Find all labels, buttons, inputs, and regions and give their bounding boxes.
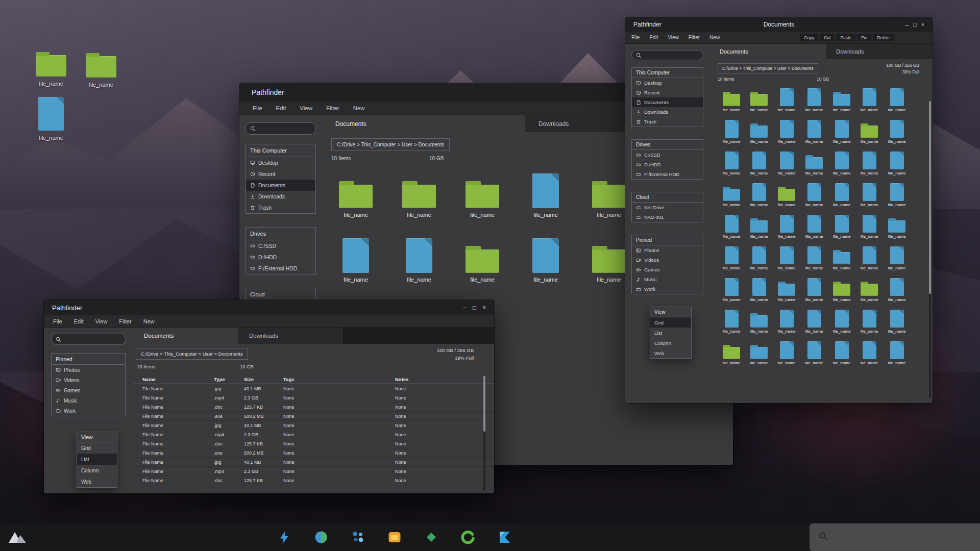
file-item[interactable]: file_name xyxy=(745,214,773,239)
copy-button[interactable]: Copy xyxy=(800,34,818,41)
file-item[interactable]: file_name xyxy=(773,214,800,239)
table-row[interactable]: File Name.exe500.2 MBNoneNone xyxy=(133,448,494,458)
file-item[interactable]: file_name xyxy=(718,278,745,302)
file-item[interactable]: file_name xyxy=(828,309,855,334)
taskbar-app-swirl[interactable] xyxy=(460,530,476,545)
table-row[interactable]: File Name.jpg40.1 MBNoneNone xyxy=(133,384,494,393)
sidebar-item-videos[interactable]: Videos xyxy=(632,255,703,265)
file-item[interactable]: file_name xyxy=(514,172,577,218)
cut-button[interactable]: Cut xyxy=(820,34,835,41)
file-item[interactable]: file_name xyxy=(855,341,883,365)
tab-documents[interactable]: Documents xyxy=(709,44,826,59)
file-item[interactable]: file_name xyxy=(718,246,745,270)
sidebar-item-desktop[interactable]: Desktop xyxy=(632,78,703,88)
file-item[interactable]: file_name xyxy=(855,309,883,334)
grid-scrollbar[interactable] xyxy=(929,101,931,398)
file-item[interactable]: file_name xyxy=(745,278,773,302)
sidebar-item-documents[interactable]: Documents xyxy=(632,97,703,107)
file-item[interactable]: file_name xyxy=(745,88,773,112)
file-item[interactable]: file_name xyxy=(855,246,883,270)
view-option-grid[interactable]: Grid xyxy=(77,442,117,454)
menu-file[interactable]: File xyxy=(253,105,262,111)
maximize-button[interactable]: □ xyxy=(913,22,917,28)
file-item[interactable]: file_name xyxy=(855,88,883,112)
file-item[interactable]: file_name xyxy=(828,278,855,302)
file-item[interactable]: file_name xyxy=(773,309,800,334)
tab-documents[interactable]: Documents xyxy=(133,328,238,344)
window-pathfinder-grid[interactable]: Pathfinder Documents –□× FileEditViewFil… xyxy=(625,17,933,403)
taskbar-app-flag[interactable] xyxy=(497,530,512,545)
file-item[interactable]: file_name xyxy=(800,341,828,365)
view-option-list[interactable]: List xyxy=(77,454,117,465)
column-header-type[interactable]: Type xyxy=(214,376,225,382)
close-button[interactable]: × xyxy=(921,22,924,28)
menu-view[interactable]: View xyxy=(668,35,679,40)
menu-edit[interactable]: Edit xyxy=(276,105,286,111)
minimize-button[interactable]: – xyxy=(905,22,909,28)
file-item[interactable]: file_name xyxy=(828,214,855,239)
sidebar-item-f-external-hdd[interactable]: F:/External HDD xyxy=(246,263,315,274)
table-scrollbar[interactable] xyxy=(483,374,485,491)
file-item[interactable]: file_name xyxy=(883,151,911,176)
sidebar-item-games[interactable]: Games xyxy=(52,385,125,395)
file-item[interactable]: file_name xyxy=(745,183,773,207)
file-item[interactable]: file_name xyxy=(773,341,800,365)
breadcrumb[interactable]: C:/Drive > This_Computer > User > Docume… xyxy=(136,348,248,360)
sidebar-item-downloads[interactable]: Downloads xyxy=(632,107,703,117)
sidebar-item-photos[interactable]: Photos xyxy=(52,365,125,375)
search-input[interactable] xyxy=(51,334,126,345)
file-item[interactable]: file_name xyxy=(451,172,514,218)
view-option-web[interactable]: Web xyxy=(650,348,691,358)
file-item[interactable]: file_name xyxy=(718,183,745,207)
paste-button[interactable]: Paste xyxy=(836,34,855,41)
file-item[interactable]: file_name xyxy=(745,246,773,270)
table-row[interactable]: File Name.jpg40.1 MBNoneNone xyxy=(133,458,494,467)
file-item[interactable]: file_name xyxy=(883,214,911,239)
sidebar-item-work[interactable]: Work xyxy=(632,284,703,294)
view-option-column[interactable]: Column xyxy=(77,465,117,476)
search-input[interactable] xyxy=(631,50,703,60)
sidebar-item-music[interactable]: Music xyxy=(632,274,703,284)
taskbar-app-folder-square[interactable] xyxy=(387,530,402,545)
menu-file[interactable]: File xyxy=(631,35,640,40)
menu-edit[interactable]: Edit xyxy=(649,35,658,40)
table-row[interactable]: File Name.mp42.3 GBNoneNone xyxy=(133,467,494,476)
titlebar[interactable]: Pathfinder –□× xyxy=(44,300,494,315)
table-row[interactable]: File Name.doc125.7 KBNoneNone xyxy=(133,439,494,448)
window-pathfinder-list[interactable]: Pathfinder –□× FileEditViewFilterNew Pin… xyxy=(44,300,494,493)
sidebar-item-music[interactable]: Music xyxy=(52,395,125,406)
sidebar-item-games[interactable]: Games xyxy=(632,265,703,274)
menu-file[interactable]: File xyxy=(53,318,62,324)
file-item[interactable]: file_name xyxy=(718,341,745,365)
view-option-list[interactable]: List xyxy=(650,328,691,338)
minimize-button[interactable]: – xyxy=(463,305,467,311)
sidebar-item-f-external-hdd[interactable]: F:/External HDD xyxy=(632,169,703,179)
sidebar-item-trash[interactable]: Trash xyxy=(246,202,315,213)
pin-button[interactable]: Pin xyxy=(857,34,871,41)
file-item[interactable]: file_name xyxy=(387,172,451,218)
file-item[interactable]: file_name xyxy=(745,151,773,176)
menu-filter[interactable]: Filter xyxy=(119,318,131,324)
file-item[interactable]: file_name xyxy=(773,246,800,270)
sidebar-item-net-drive[interactable]: Net Drive xyxy=(632,203,703,212)
file-item[interactable]: file_name xyxy=(387,237,451,283)
table-row[interactable]: File Name.jpg40.1 MBNoneNone xyxy=(133,421,494,430)
table-row[interactable]: File Name.exe500.2 MBNoneNone xyxy=(133,412,494,421)
file-item[interactable]: file_name xyxy=(828,88,855,112)
maximize-button[interactable]: □ xyxy=(473,305,476,311)
menu-view[interactable]: View xyxy=(300,105,312,111)
file-item[interactable]: file_name xyxy=(828,151,855,176)
table-row[interactable]: File Name.mp42.3 GBNoneNone xyxy=(133,393,494,403)
file-item[interactable]: file_name xyxy=(883,246,911,270)
file-item[interactable]: file_name xyxy=(324,237,387,283)
taskbar-app-diamond[interactable] xyxy=(424,530,439,545)
file-item[interactable]: file_name xyxy=(855,151,883,176)
menu-filter[interactable]: Filter xyxy=(326,105,339,111)
file-item[interactable]: file_name xyxy=(800,183,828,207)
sidebar-item-d-hdd[interactable]: D:/HDD xyxy=(246,252,315,263)
taskbar-app-lightning[interactable] xyxy=(277,530,292,545)
taskbar-app-dots-cluster[interactable] xyxy=(350,530,365,545)
file-item[interactable]: file_name xyxy=(514,237,577,283)
table-row[interactable]: File Name.mp42.3 GBNoneNone xyxy=(133,430,494,439)
file-item[interactable]: file_name xyxy=(883,309,911,334)
